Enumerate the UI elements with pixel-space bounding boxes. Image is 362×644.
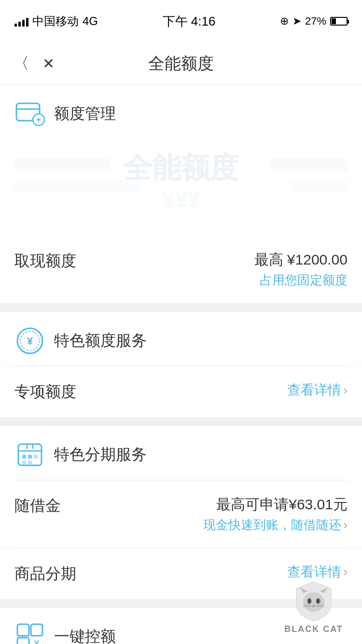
svg-rect-12	[22, 455, 26, 459]
divider-1	[0, 303, 362, 312]
sui-jie-jin-value: 最高可申请¥63.01元	[216, 495, 348, 515]
svg-rect-16	[28, 461, 32, 464]
cash-quota-right: 最高 ¥1200.00 占用您固定额度	[254, 250, 348, 289]
sui-jie-jin-row[interactable]: 随借金 最高可申请¥63.01元 现金快速到账，随借随还 ›	[0, 480, 362, 548]
status-bar: 中国移动 4G 下午 4:16 ⊕ ➤ 27%	[0, 0, 362, 42]
svg-rect-13	[28, 455, 32, 459]
cash-quota-value: 最高 ¥1200.00	[254, 250, 348, 270]
divider-3	[0, 599, 362, 608]
carrier-label: 中国移动	[32, 14, 79, 29]
chevron-right-icon-3: ›	[343, 564, 348, 579]
svg-text:¥: ¥	[34, 639, 39, 644]
quota-management-icon	[14, 98, 45, 129]
sui-jie-jin-label: 随借金	[14, 495, 61, 517]
chevron-right-icon-1: ›	[343, 383, 348, 398]
quota-management-title: 额度管理	[54, 103, 116, 125]
battery-icon	[330, 17, 348, 26]
special-quota-row[interactable]: 专项额度 查看详情 ›	[0, 366, 362, 417]
featured-quota-title: 特色额度服务	[54, 330, 147, 351]
status-time: 下午 4:16	[163, 13, 216, 30]
status-left: 中国移动 4G	[14, 14, 98, 29]
product-installment-row[interactable]: 商品分期 查看详情 ›	[0, 548, 362, 599]
sui-jie-jin-right: 最高可申请¥63.01元 现金快速到账，随借随还 ›	[203, 495, 348, 533]
divider-2	[0, 417, 362, 426]
one-key-control-title: 一键控额	[54, 626, 116, 644]
svg-rect-18	[31, 624, 42, 636]
nav-back-group: 〈 ✕	[14, 53, 55, 74]
sui-jie-jin-sub: 现金快速到账，随借随还 ›	[203, 517, 348, 533]
cash-quota-row[interactable]: 取现额度 最高 ¥1200.00 占用您固定额度	[0, 236, 362, 303]
svg-rect-14	[34, 455, 38, 459]
close-button[interactable]: ✕	[42, 55, 55, 72]
network-label: 4G	[83, 14, 98, 28]
nav-bar: 〈 ✕ 全能额度	[0, 42, 362, 85]
signal-icon	[14, 16, 28, 27]
featured-installment-header: 特色分期服务	[0, 426, 362, 480]
status-right: ⊕ ➤ 27%	[280, 15, 348, 28]
direction-icon: ➤	[292, 15, 301, 28]
back-button[interactable]: 〈	[14, 53, 29, 74]
cash-quota-label: 取现额度	[14, 250, 76, 272]
page-title: 全能额度	[148, 53, 214, 75]
svg-rect-17	[17, 624, 29, 636]
special-quota-link-text: 查看详情	[287, 381, 341, 399]
location-icon: ⊕	[280, 15, 289, 28]
quota-management-header: 额度管理	[0, 85, 362, 139]
featured-quota-icon: ¥	[14, 325, 45, 356]
chevron-right-icon-2: ›	[343, 518, 348, 532]
special-quota-label: 专项额度	[14, 381, 76, 403]
special-quota-link[interactable]: 查看详情 ›	[287, 381, 348, 399]
one-key-control-header: ¥ 一键控额	[0, 608, 362, 644]
svg-rect-15	[22, 461, 26, 464]
product-installment-link-text: 查看详情	[287, 563, 341, 581]
featured-installment-icon	[14, 439, 45, 470]
battery-percent: 27%	[305, 15, 326, 28]
featured-quota-header: ¥ 特色额度服务	[0, 312, 362, 366]
blur-row-1	[14, 158, 348, 172]
product-installment-link[interactable]: 查看详情 ›	[287, 563, 348, 581]
svg-rect-19	[17, 638, 29, 644]
featured-installment-title: 特色分期服务	[54, 444, 147, 465]
one-key-control-icon: ¥	[14, 621, 45, 644]
card-area: 全能额度 ¥¥¥	[0, 139, 362, 236]
cash-quota-sub: 占用您固定额度	[260, 272, 348, 289]
svg-text:¥: ¥	[27, 335, 33, 347]
blur-row-2	[14, 180, 348, 193]
product-installment-label: 商品分期	[14, 563, 76, 585]
